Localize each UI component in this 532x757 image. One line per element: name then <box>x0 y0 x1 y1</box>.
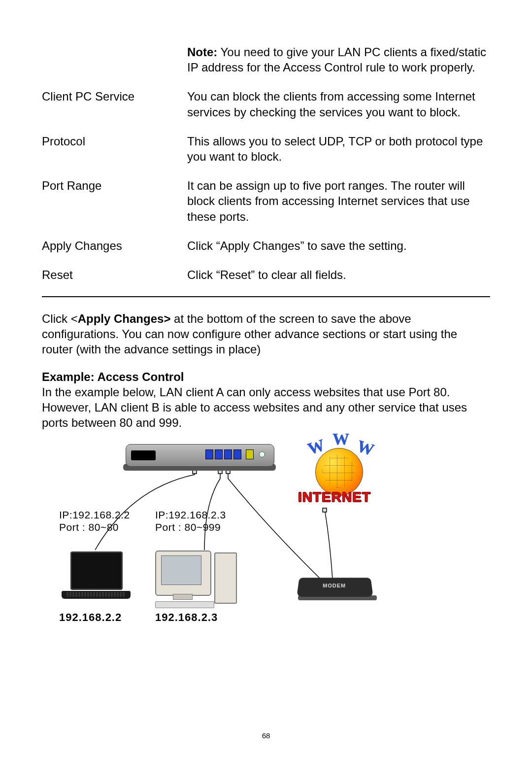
apply-paragraph: Click <Apply Changes> at the bottom of t… <box>42 311 490 357</box>
apply-pre: Click < <box>42 312 78 325</box>
router-icon <box>126 444 274 467</box>
term: Protocol <box>42 129 187 169</box>
page-number: 68 <box>0 731 532 741</box>
client-a-port: Port : 80~80 <box>59 520 119 534</box>
table-row: Apply Changes Click “Apply Changes” to s… <box>42 233 490 258</box>
table-row: Protocol This allows you to select UDP, … <box>42 129 490 169</box>
client-a-addr: 192.168.2.2 <box>59 611 122 625</box>
manual-page: Note: You need to give your LAN PC clien… <box>0 0 532 757</box>
client-a-ip: IP:192.168.2.2 <box>59 508 130 521</box>
table-row: Reset Click “Reset” to clear all fields. <box>42 262 490 287</box>
separator <box>42 296 490 297</box>
internet-icon: W W W INTERNET <box>288 439 387 513</box>
table-row: Client PC Service You can block the clie… <box>42 84 490 124</box>
internet-label: INTERNET <box>298 488 371 506</box>
desc: Click “Apply Changes” to save the settin… <box>187 233 490 258</box>
desc: You can block the clients from accessing… <box>187 84 490 124</box>
modem-label: MODEM <box>323 583 346 589</box>
parameter-table: Note: You need to give your LAN PC clien… <box>42 39 490 287</box>
example-section: Example: Access Control In the example b… <box>42 369 490 431</box>
term: Apply Changes <box>42 233 187 258</box>
client-b-addr: 192.168.2.3 <box>155 611 218 625</box>
term: Port Range <box>42 173 187 229</box>
network-diagram: IP:192.168.2.2 Port : 80~80 IP:192.168.2… <box>57 439 392 641</box>
note-cell: Note: You need to give your LAN PC clien… <box>187 39 490 80</box>
note-text: You need to give your LAN PC clients a f… <box>187 45 486 74</box>
laptop-icon <box>62 551 135 606</box>
example-heading: Example: Access Control <box>42 369 490 384</box>
apply-bold: Apply Changes> <box>78 312 171 325</box>
term: Client PC Service <box>42 84 187 124</box>
desc: It can be assign up to five port ranges.… <box>187 173 490 229</box>
client-b-port: Port : 80~999 <box>155 520 221 534</box>
desktop-icon <box>155 551 246 610</box>
modem-icon: MODEM <box>298 577 377 612</box>
table-row: Port Range It can be assign up to five p… <box>42 173 490 229</box>
desc: Click “Reset” to clear all fields. <box>187 262 490 287</box>
desc: This allows you to select UDP, TCP or bo… <box>187 129 490 169</box>
example-body: In the example below, LAN client A can o… <box>42 384 490 431</box>
term: Reset <box>42 262 187 287</box>
note-prefix: Note: <box>187 45 217 59</box>
client-b-ip: IP:192.168.2.3 <box>155 508 226 521</box>
